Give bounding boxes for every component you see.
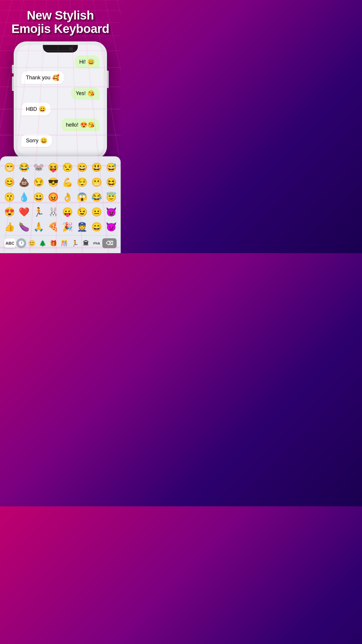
message-bubble-5: hello! 😍😘	[61, 118, 99, 131]
tree-icon: 🌲	[39, 240, 46, 247]
emoji-thumbsup[interactable]: 👍	[3, 220, 16, 233]
message-emoji-3: 😘	[87, 90, 95, 97]
emoji-party-popper[interactable]: 🎉	[61, 220, 74, 233]
emoji-pray[interactable]: 🙏	[32, 220, 45, 233]
phone-button-left1	[12, 65, 14, 74]
message-emoji-6: 😀	[40, 137, 48, 144]
emoji-mouse[interactable]: 🐭	[32, 161, 45, 174]
message-bubble-1: Hi! 😀	[75, 55, 99, 68]
message-bubble-4: HBD 😀	[21, 103, 51, 116]
chat-area: Hi! 😀 Thank you 🥰 Yes! 😘 HBD 😀	[17, 52, 103, 151]
message-text-6: Sorry	[26, 138, 38, 144]
message-emoji-4: 😀	[39, 106, 46, 113]
emoji-kissing-heart[interactable]: 😗	[3, 191, 16, 203]
face-icon: 🙂	[28, 240, 36, 247]
emoji-innocent[interactable]: 😇	[104, 191, 118, 203]
phone-button-left2	[12, 76, 14, 91]
emoji-scream[interactable]: 😱	[75, 191, 89, 203]
emoji-sweat-smile[interactable]: 😅	[104, 161, 118, 174]
symbols-button[interactable]: #%&	[92, 239, 102, 247]
party-icon: 🎊	[61, 240, 68, 247]
face-emojis-button[interactable]: 🙂	[27, 237, 37, 249]
emoji-rabbit[interactable]: 🐰	[46, 206, 60, 218]
symbol-icon: #%&	[93, 242, 100, 245]
message-emoji-1: 😀	[87, 58, 95, 65]
message-text-1: Hi!	[79, 59, 86, 65]
emoji-laugh-cry[interactable]: 😂	[17, 161, 31, 174]
app-title: New Stylish Emojis Keyboard	[0, 0, 121, 41]
emoji-devil[interactable]: 👿	[104, 220, 118, 233]
delete-icon: ⌫	[106, 240, 113, 246]
emoji-unamused[interactable]: 😒	[61, 161, 74, 174]
gift-icon: 🎁	[50, 240, 57, 247]
emoji-neutral[interactable]: 😐	[90, 206, 103, 218]
emoji-grid-row3: 😗 💧 😀 😡 👌 😱 😂 😇	[3, 191, 118, 203]
buildings-emojis-button[interactable]: 🏛	[81, 238, 91, 249]
emoji-wink[interactable]: 😉	[75, 206, 89, 218]
phone-notch	[43, 45, 78, 52]
emoji-relieved[interactable]: 😌	[75, 176, 89, 188]
emoji-smile[interactable]: 😄	[75, 161, 89, 174]
emoji-tongue[interactable]: 😛	[61, 206, 74, 218]
travel-emojis-button[interactable]: 🏃	[70, 237, 80, 249]
emoji-joy[interactable]: 😂	[90, 191, 103, 203]
emoji-smile2[interactable]: 😄	[90, 220, 103, 233]
message-text-5: hello!	[66, 122, 78, 128]
message-emoji-2: 🥰	[52, 74, 59, 81]
emoji-runner[interactable]: 🏃	[32, 206, 45, 218]
message-bubble-2: Thank you 🥰	[21, 71, 64, 84]
emoji-laughing[interactable]: 😆	[104, 176, 118, 188]
emoji-grin[interactable]: 😁	[3, 161, 16, 174]
run-icon: 🏃	[71, 240, 79, 247]
message-emoji-5: 😍😘	[80, 121, 95, 128]
phone-button-right	[107, 71, 109, 88]
emoji-angry[interactable]: 😡	[46, 191, 60, 203]
emoji-keyboard: 😁 😂 🐭 😝 😒 😄 😃 😅 😊 💩 😏 😎 💪 😌 😬 😆 😗 💧 😀	[0, 156, 121, 253]
emoji-smiley[interactable]: 😃	[90, 161, 103, 174]
delete-button[interactable]: ⌫	[102, 238, 117, 248]
emoji-police-officer[interactable]: 👮	[75, 220, 89, 233]
emoji-blush[interactable]: 😊	[3, 176, 16, 188]
clock-icon: 🕐	[18, 240, 25, 247]
emoji-ok-hand[interactable]: 👌	[61, 191, 74, 203]
emoji-imp[interactable]: 😈	[104, 206, 118, 218]
emoji-eggplant[interactable]: 🍆	[17, 220, 31, 233]
emoji-muscle[interactable]: 💪	[61, 176, 74, 188]
emoji-pizza[interactable]: 🍕	[46, 220, 60, 233]
emoji-grid-row1: 😁 😂 🐭 😝 😒 😄 😃 😅	[3, 161, 118, 174]
emoji-heart-eyes[interactable]: 😍	[3, 206, 16, 218]
building-icon: 🏛	[83, 240, 89, 247]
activity-emojis-button[interactable]: 🎊	[59, 237, 69, 249]
emoji-red-heart[interactable]: ❤️	[17, 206, 31, 218]
emoji-grinning[interactable]: 😀	[32, 191, 45, 203]
message-bubble-6: Sorry 😀	[21, 134, 52, 147]
objects-emojis-button[interactable]: 🎁	[48, 237, 59, 249]
emoji-droplets[interactable]: 💧	[17, 191, 31, 203]
nature-emojis-button[interactable]: 🌲	[38, 237, 48, 249]
message-text-4: HBD	[26, 106, 37, 112]
emoji-poop[interactable]: 💩	[17, 176, 31, 188]
message-bubble-3: Yes! 😘	[71, 87, 99, 100]
emoji-smirk[interactable]: 😏	[32, 176, 45, 188]
keyboard-toolbar: ABC 🕐 🙂 🌲 🎁 🎊 🏃 🏛	[3, 235, 118, 250]
emoji-stuck-out-tongue[interactable]: 😝	[46, 161, 60, 174]
emoji-grid-row5: 👍 🍆 🙏 🍕 🎉 👮 😄 👿	[3, 220, 118, 233]
emoji-grimacing[interactable]: 😬	[90, 176, 103, 188]
emoji-grid-row2: 😊 💩 😏 😎 💪 😌 😬 😆	[3, 176, 118, 188]
message-text-3: Yes!	[76, 90, 86, 97]
recent-emojis-button[interactable]: 🕐	[16, 238, 26, 248]
abc-button[interactable]: ABC	[4, 239, 16, 248]
phone-mockup: Hi! 😀 Thank you 🥰 Yes! 😘 HBD 😀	[14, 41, 107, 159]
emoji-sunglasses[interactable]: 😎	[46, 176, 60, 188]
message-text-2: Thank you	[26, 75, 50, 81]
emoji-grid-row4: 😍 ❤️ 🏃 🐰 😛 😉 😐 😈	[3, 206, 118, 218]
